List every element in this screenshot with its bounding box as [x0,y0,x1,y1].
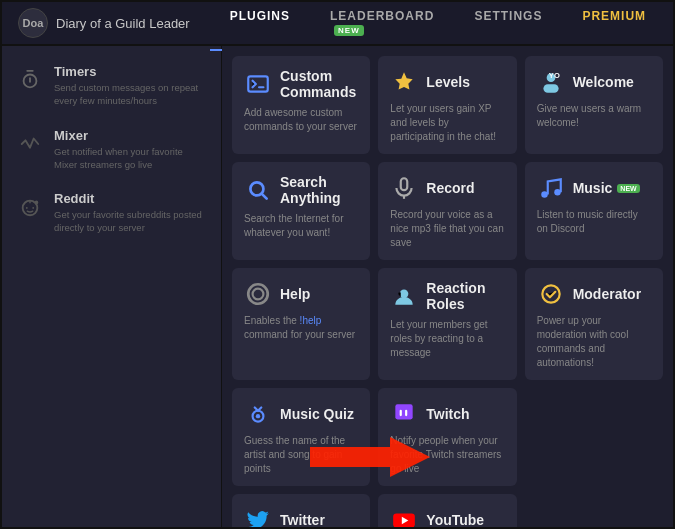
logo-circle: Doa [18,8,48,38]
svg-point-16 [400,290,409,299]
help-title: Help [280,286,310,302]
twitch-icon [390,400,418,428]
reddit-desc: Get your favorite subreddits posted dire… [54,208,207,235]
search-anything-title: Search Anything [280,174,358,206]
custom-commands-title: Custom Commands [280,68,358,100]
tab-settings[interactable]: SETTINGS [454,0,562,51]
reaction-roles-icon [390,282,418,310]
app-wrapper: Doa Diary of a Guild Leader PLUGINS LEAD… [0,0,675,529]
welcome-icon: YO [537,68,565,96]
card-levels[interactable]: Levels Let your users gain XP and levels… [378,56,516,154]
svg-rect-10 [401,178,408,190]
svg-point-12 [541,191,548,198]
reddit-icon [16,193,44,221]
reddit-title: Reddit [54,191,207,206]
levels-desc: Let your users gain XP and levels by par… [390,102,504,144]
twitter-title: Twitter [280,512,325,527]
welcome-title: Welcome [573,74,634,90]
reaction-roles-desc: Let your members get roles by reacting t… [390,318,504,360]
sidebar-item-timers[interactable]: Timers Send custom messages on repeat ev… [2,54,221,118]
main-layout: Timers Send custom messages on repeat ev… [2,46,673,527]
grid-empty-slot [525,388,663,486]
svg-rect-7 [543,84,558,93]
tab-premium[interactable]: PREMIUM [562,0,666,51]
custom-commands-icon [244,70,272,98]
mixer-desc: Get notified when your favorite Mixer st… [54,145,207,172]
card-music-quiz[interactable]: Music Quiz Guess the name of the artist … [232,388,370,486]
topbar: Doa Diary of a Guild Leader PLUGINS LEAD… [2,2,673,46]
moderator-desc: Power up your moderation with cool comma… [537,314,651,370]
timers-desc: Send custom messages on repeat every few… [54,81,207,108]
levels-title: Levels [426,74,470,90]
search-anything-icon [244,176,272,204]
record-desc: Record your voice as a nice mp3 file tha… [390,208,504,250]
topbar-logo: Doa Diary of a Guild Leader [18,8,190,38]
sidebar-item-mixer[interactable]: Mixer Get notified when your favorite Mi… [2,118,221,182]
leaderboard-badge: NEW [334,25,364,36]
youtube-icon [390,506,418,527]
card-twitch[interactable]: Twitch Notify people when your favorite … [378,388,516,486]
svg-rect-5 [248,76,268,91]
levels-icon [390,68,418,96]
twitch-desc: Notify people when your favorite Twitch … [390,434,504,476]
card-search-anything[interactable]: Search Anything Search the Internet for … [232,162,370,260]
timers-title: Timers [54,64,207,79]
card-help[interactable]: Help Enables the !help command for your … [232,268,370,380]
moderator-title: Moderator [573,286,641,302]
mixer-icon [16,130,44,158]
svg-point-4 [35,201,39,205]
search-anything-desc: Search the Internet for whatever you wan… [244,212,358,240]
svg-point-3 [32,207,34,209]
welcome-desc: Give new users a warm welcome! [537,102,651,130]
svg-point-14 [248,284,268,304]
reaction-roles-title: Reaction Roles [426,280,504,312]
timers-icon [16,66,44,94]
plugin-grid-wrapper: Custom Commands Add awesome custom comma… [222,46,673,527]
record-icon [390,174,418,202]
nav-tabs: PLUGINS LEADERBOARD NEW SETTINGS PREMIUM [210,0,666,51]
help-icon [244,280,272,308]
plugin-grid: Custom Commands Add awesome custom comma… [222,46,673,527]
music-quiz-title: Music Quiz [280,406,354,422]
svg-rect-21 [396,404,413,419]
help-desc: Enables the !help command for your serve… [244,314,358,342]
svg-point-15 [253,289,264,300]
sidebar-item-reddit[interactable]: Reddit Get your favorite subreddits post… [2,181,221,245]
card-moderator[interactable]: Moderator Power up your moderation with … [525,268,663,380]
custom-commands-desc: Add awesome custom commands to your serv… [244,106,358,134]
card-music[interactable]: Music NEW Listen to music directly on Di… [525,162,663,260]
music-quiz-desc: Guess the name of the artist and song to… [244,434,358,476]
svg-point-19 [256,414,260,418]
youtube-title: YouTube [426,512,484,527]
svg-text:YO: YO [548,71,559,80]
sidebar: Timers Send custom messages on repeat ev… [2,46,222,527]
site-title: Diary of a Guild Leader [56,16,190,31]
logo-text: Doa [23,17,44,29]
record-title: Record [426,180,474,196]
card-youtube[interactable]: YouTube Get notified when your favorite … [378,494,516,527]
svg-point-13 [554,189,561,196]
music-title: Music NEW [573,180,640,196]
tab-leaderboard[interactable]: LEADERBOARD NEW [310,0,454,51]
music-quiz-icon [244,400,272,428]
card-welcome[interactable]: YO Welcome Give new users a warm welcome… [525,56,663,154]
card-twitter[interactable]: Twitter Get notified when your favorite … [232,494,370,527]
svg-point-2 [26,207,28,209]
moderator-icon [537,280,565,308]
music-icon [537,174,565,202]
twitter-icon [244,506,272,527]
tab-plugins[interactable]: PLUGINS [210,0,310,51]
card-custom-commands[interactable]: Custom Commands Add awesome custom comma… [232,56,370,154]
twitch-title: Twitch [426,406,469,422]
music-desc: Listen to music directly on Discord [537,208,651,236]
card-record[interactable]: Record Record your voice as a nice mp3 f… [378,162,516,260]
mixer-title: Mixer [54,128,207,143]
music-badge: NEW [617,184,639,193]
card-reaction-roles[interactable]: Reaction Roles Let your members get role… [378,268,516,380]
